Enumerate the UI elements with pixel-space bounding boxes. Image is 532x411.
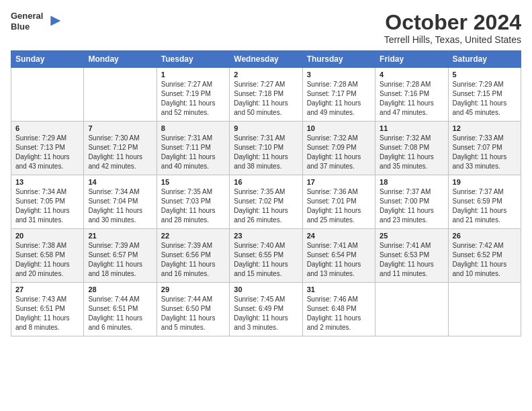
- day-number: 7: [88, 124, 152, 132]
- col-sunday: Sunday: [11, 51, 84, 68]
- calendar-cell: 11Sunrise: 7:32 AMSunset: 7:08 PMDayligh…: [375, 122, 448, 175]
- calendar-cell: 20Sunrise: 7:38 AMSunset: 6:58 PMDayligh…: [11, 229, 84, 283]
- day-info: Sunrise: 7:34 AMSunset: 7:05 PMDaylight:…: [15, 187, 79, 225]
- day-number: 14: [88, 178, 152, 186]
- calendar-cell: 26Sunrise: 7:42 AMSunset: 6:52 PMDayligh…: [448, 229, 521, 283]
- day-info: Sunrise: 7:43 AMSunset: 6:51 PMDaylight:…: [15, 295, 79, 332]
- day-info: Sunrise: 7:28 AMSunset: 7:17 PMDaylight:…: [307, 80, 371, 118]
- calendar-cell: 4Sunrise: 7:28 AMSunset: 7:16 PMDaylight…: [375, 68, 448, 122]
- calendar-cell: 7Sunrise: 7:30 AMSunset: 7:12 PMDaylight…: [84, 122, 157, 175]
- svg-marker-0: [51, 15, 61, 26]
- calendar-row-4: 20Sunrise: 7:38 AMSunset: 6:58 PMDayligh…: [11, 229, 521, 283]
- day-number: 27: [15, 285, 79, 293]
- logo-text: General Blue: [11, 11, 43, 32]
- calendar-cell: 25Sunrise: 7:41 AMSunset: 6:53 PMDayligh…: [375, 229, 448, 283]
- calendar-cell: 31Sunrise: 7:46 AMSunset: 6:48 PMDayligh…: [302, 283, 375, 336]
- day-number: 25: [380, 232, 443, 240]
- day-number: 3: [307, 71, 371, 79]
- day-info: Sunrise: 7:37 AMSunset: 7:00 PMDaylight:…: [380, 187, 443, 225]
- calendar-cell: 17Sunrise: 7:36 AMSunset: 7:01 PMDayligh…: [302, 175, 375, 229]
- day-info: Sunrise: 7:41 AMSunset: 6:53 PMDaylight:…: [380, 241, 443, 279]
- day-number: 5: [453, 71, 517, 79]
- day-number: 23: [234, 232, 298, 240]
- calendar-row-2: 6Sunrise: 7:29 AMSunset: 7:13 PMDaylight…: [11, 122, 521, 175]
- day-number: 18: [380, 178, 443, 186]
- header: General Blue October 2024 Terrell Hills,…: [11, 11, 521, 45]
- day-number: 26: [453, 232, 517, 240]
- calendar-cell: 8Sunrise: 7:31 AMSunset: 7:11 PMDaylight…: [157, 122, 229, 175]
- day-info: Sunrise: 7:44 AMSunset: 6:50 PMDaylight:…: [161, 295, 225, 332]
- day-info: Sunrise: 7:27 AMSunset: 7:19 PMDaylight:…: [161, 80, 225, 118]
- day-info: Sunrise: 7:34 AMSunset: 7:04 PMDaylight:…: [88, 187, 152, 225]
- day-number: 12: [453, 124, 517, 132]
- calendar-cell: 21Sunrise: 7:39 AMSunset: 6:57 PMDayligh…: [84, 229, 157, 283]
- day-info: Sunrise: 7:33 AMSunset: 7:07 PMDaylight:…: [453, 134, 517, 171]
- day-number: 16: [234, 178, 298, 186]
- day-number: 17: [307, 178, 371, 186]
- day-number: 2: [234, 71, 298, 79]
- day-info: Sunrise: 7:42 AMSunset: 6:52 PMDaylight:…: [453, 241, 517, 279]
- calendar-cell: 14Sunrise: 7:34 AMSunset: 7:04 PMDayligh…: [84, 175, 157, 229]
- calendar-row-5: 27Sunrise: 7:43 AMSunset: 6:51 PMDayligh…: [11, 283, 521, 336]
- day-info: Sunrise: 7:46 AMSunset: 6:48 PMDaylight:…: [307, 295, 371, 332]
- calendar-cell: 2Sunrise: 7:27 AMSunset: 7:18 PMDaylight…: [230, 68, 302, 122]
- day-info: Sunrise: 7:31 AMSunset: 7:11 PMDaylight:…: [161, 134, 225, 171]
- day-info: Sunrise: 7:40 AMSunset: 6:55 PMDaylight:…: [234, 241, 298, 279]
- day-info: Sunrise: 7:35 AMSunset: 7:02 PMDaylight:…: [234, 187, 298, 225]
- day-number: 31: [307, 285, 371, 293]
- logo-icon: [44, 12, 63, 31]
- day-info: Sunrise: 7:35 AMSunset: 7:03 PMDaylight:…: [161, 187, 225, 225]
- day-info: Sunrise: 7:44 AMSunset: 6:51 PMDaylight:…: [88, 295, 152, 332]
- header-row: Sunday Monday Tuesday Wednesday Thursday…: [11, 51, 521, 68]
- day-number: 1: [161, 71, 225, 79]
- calendar-cell: 9Sunrise: 7:31 AMSunset: 7:10 PMDaylight…: [230, 122, 302, 175]
- day-number: 9: [234, 124, 298, 132]
- calendar-cell: 27Sunrise: 7:43 AMSunset: 6:51 PMDayligh…: [11, 283, 84, 336]
- calendar-table: Sunday Monday Tuesday Wednesday Thursday…: [11, 50, 521, 336]
- day-number: 11: [380, 124, 443, 132]
- calendar-cell: 15Sunrise: 7:35 AMSunset: 7:03 PMDayligh…: [157, 175, 229, 229]
- day-info: Sunrise: 7:27 AMSunset: 7:18 PMDaylight:…: [234, 80, 298, 118]
- day-number: 6: [15, 124, 79, 132]
- day-number: 20: [15, 232, 79, 240]
- day-info: Sunrise: 7:31 AMSunset: 7:10 PMDaylight:…: [234, 134, 298, 171]
- calendar-cell: 23Sunrise: 7:40 AMSunset: 6:55 PMDayligh…: [230, 229, 302, 283]
- logo-line2: Blue: [11, 21, 43, 32]
- day-info: Sunrise: 7:29 AMSunset: 7:15 PMDaylight:…: [453, 80, 517, 118]
- day-number: 21: [88, 232, 152, 240]
- day-number: 4: [380, 71, 443, 79]
- day-info: Sunrise: 7:39 AMSunset: 6:56 PMDaylight:…: [161, 241, 225, 279]
- page: General Blue October 2024 Terrell Hills,…: [0, 0, 532, 343]
- calendar-cell: 24Sunrise: 7:41 AMSunset: 6:54 PMDayligh…: [302, 229, 375, 283]
- calendar-cell: 22Sunrise: 7:39 AMSunset: 6:56 PMDayligh…: [157, 229, 229, 283]
- calendar-cell: 29Sunrise: 7:44 AMSunset: 6:50 PMDayligh…: [157, 283, 229, 336]
- day-info: Sunrise: 7:41 AMSunset: 6:54 PMDaylight:…: [307, 241, 371, 279]
- calendar-cell: [375, 283, 448, 336]
- day-number: 13: [15, 178, 79, 186]
- day-number: 28: [88, 285, 152, 293]
- title-block: October 2024 Terrell Hills, Texas, Unite…: [384, 11, 521, 45]
- calendar-cell: 13Sunrise: 7:34 AMSunset: 7:05 PMDayligh…: [11, 175, 84, 229]
- calendar-row-3: 13Sunrise: 7:34 AMSunset: 7:05 PMDayligh…: [11, 175, 521, 229]
- day-number: 8: [161, 124, 225, 132]
- calendar-cell: 3Sunrise: 7:28 AMSunset: 7:17 PMDaylight…: [302, 68, 375, 122]
- calendar-cell: 6Sunrise: 7:29 AMSunset: 7:13 PMDaylight…: [11, 122, 84, 175]
- col-saturday: Saturday: [448, 51, 521, 68]
- calendar-cell: 18Sunrise: 7:37 AMSunset: 7:00 PMDayligh…: [375, 175, 448, 229]
- day-number: 22: [161, 232, 225, 240]
- day-info: Sunrise: 7:45 AMSunset: 6:49 PMDaylight:…: [234, 295, 298, 332]
- calendar-cell: 12Sunrise: 7:33 AMSunset: 7:07 PMDayligh…: [448, 122, 521, 175]
- calendar-cell: 5Sunrise: 7:29 AMSunset: 7:15 PMDaylight…: [448, 68, 521, 122]
- calendar-cell: 16Sunrise: 7:35 AMSunset: 7:02 PMDayligh…: [230, 175, 302, 229]
- calendar-row-1: 1Sunrise: 7:27 AMSunset: 7:19 PMDaylight…: [11, 68, 521, 122]
- day-number: 30: [234, 285, 298, 293]
- calendar-cell: [448, 283, 521, 336]
- day-number: 15: [161, 178, 225, 186]
- day-info: Sunrise: 7:36 AMSunset: 7:01 PMDaylight:…: [307, 187, 371, 225]
- col-tuesday: Tuesday: [157, 51, 229, 68]
- calendar-cell: 28Sunrise: 7:44 AMSunset: 6:51 PMDayligh…: [84, 283, 157, 336]
- day-info: Sunrise: 7:39 AMSunset: 6:57 PMDaylight:…: [88, 241, 152, 279]
- col-wednesday: Wednesday: [230, 51, 302, 68]
- logo: General Blue: [11, 11, 63, 32]
- page-subtitle: Terrell Hills, Texas, United States: [384, 34, 521, 45]
